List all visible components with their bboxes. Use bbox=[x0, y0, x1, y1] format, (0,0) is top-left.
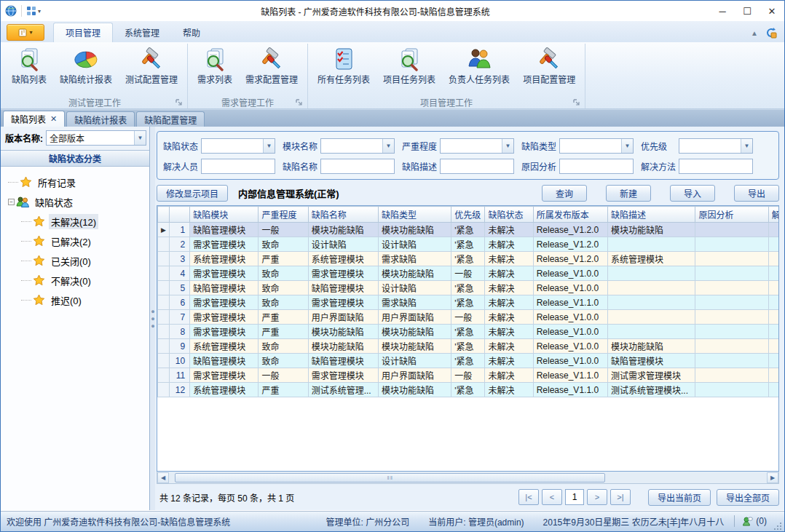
ribbon-button[interactable]: 需求配置管理 bbox=[239, 44, 304, 87]
action-button[interactable]: 导入 bbox=[670, 185, 715, 202]
chevron-down-icon[interactable]: ▼ bbox=[502, 139, 513, 153]
column-header[interactable]: 缺陷描述 bbox=[608, 207, 695, 223]
export-all-pages-button[interactable]: 导出全部页 bbox=[717, 489, 779, 506]
export-current-page-button[interactable]: 导出当前页 bbox=[648, 489, 711, 506]
ribbon-collapse-icon[interactable]: ▲ bbox=[751, 29, 758, 37]
filter-dropdown[interactable]: ▼ bbox=[320, 138, 395, 154]
ribbon-button[interactable]: 测试配置管理 bbox=[119, 44, 184, 87]
document-tab[interactable]: 缺陷列表✕ bbox=[3, 111, 65, 127]
column-header[interactable]: 原因分析 bbox=[695, 207, 768, 223]
filter-input[interactable] bbox=[559, 159, 634, 174]
ribbon-button[interactable]: 项目任务列表 bbox=[376, 44, 442, 87]
dialog-launcher-icon[interactable] bbox=[573, 99, 580, 106]
table-row[interactable]: 4需求管理模块致命需求管理模块模块功能缺陷一般未解决Release_V1.0.0 bbox=[158, 266, 780, 281]
row-selector[interactable]: ▶ bbox=[158, 223, 170, 237]
filter-dropdown[interactable]: ▼ bbox=[559, 138, 634, 154]
horizontal-scrollbar[interactable]: ◀ ‖‖ ▶ bbox=[157, 472, 779, 484]
table-row[interactable]: 10缺陷管理模块致命缺陷管理模块设计缺陷'紧急未解决Release_V1.0.0… bbox=[158, 354, 780, 368]
tree-collapse-icon[interactable]: − bbox=[8, 199, 15, 205]
row-selector[interactable] bbox=[158, 252, 170, 266]
version-combobox[interactable]: 全部版本 ▼ bbox=[46, 130, 146, 146]
first-page-button[interactable]: |< bbox=[518, 489, 539, 505]
filter-dropdown[interactable]: ▼ bbox=[440, 138, 514, 154]
page-number-input[interactable] bbox=[565, 489, 584, 505]
table-row[interactable]: 2需求管理模块致命设计缺陷设计缺陷'紧急未解决Release_V1.2.0 bbox=[158, 237, 780, 252]
ribbon-tab[interactable]: 系统管理 bbox=[113, 23, 171, 42]
table-row[interactable]: 9系统管理模块致命模块功能缺陷模块功能缺陷'紧急未解决Release_V1.0.… bbox=[158, 339, 780, 354]
row-selector[interactable] bbox=[158, 295, 170, 310]
tree-item[interactable]: 未解决(12) bbox=[8, 212, 149, 231]
row-selector[interactable] bbox=[158, 281, 170, 295]
table-row[interactable]: 8需求管理模块严重模块功能缺陷模块功能缺陷'紧急未解决Release_V1.0.… bbox=[158, 325, 780, 339]
dialog-launcher-icon[interactable] bbox=[175, 99, 183, 106]
table-row[interactable]: 5缺陷管理模块致命缺陷管理模块设计缺陷'紧急未解决Release_V1.0.0 bbox=[158, 281, 780, 295]
tree-item[interactable]: 不解决(0) bbox=[8, 271, 149, 290]
chevron-down-icon[interactable]: ▼ bbox=[382, 139, 394, 153]
tab-close-icon[interactable]: ✕ bbox=[50, 114, 57, 124]
table-row[interactable]: 7需求管理模块严重用户界面缺陷用户界面缺陷一般未解决Release_V1.0.0 bbox=[158, 310, 780, 325]
scrollbar-thumb[interactable]: ‖‖ bbox=[175, 473, 605, 483]
ribbon-button[interactable]: 缺陷统计报表 bbox=[53, 44, 119, 87]
tree-item[interactable]: 推迟(0) bbox=[8, 290, 149, 310]
chevron-down-icon[interactable]: ▼ bbox=[741, 139, 752, 153]
document-tab[interactable]: 缺陷统计报表 bbox=[66, 111, 135, 127]
ribbon-button[interactable]: 项目配置管理 bbox=[516, 44, 582, 87]
row-selector[interactable] bbox=[158, 339, 170, 354]
ribbon-button[interactable]: 需求列表 bbox=[191, 44, 239, 87]
document-tab[interactable]: 缺陷配置管理 bbox=[136, 111, 205, 127]
column-header[interactable]: 缺陷状态 bbox=[485, 207, 533, 223]
filter-input[interactable] bbox=[201, 159, 275, 174]
ribbon-button[interactable]: 所有任务列表 bbox=[311, 44, 376, 87]
chevron-down-icon[interactable]: ▼ bbox=[134, 131, 146, 145]
column-header[interactable]: 所属发布版本 bbox=[533, 207, 607, 223]
row-selector[interactable] bbox=[158, 266, 170, 281]
filter-dropdown[interactable]: ▼ bbox=[679, 138, 753, 154]
column-header[interactable]: 缺陷名称 bbox=[308, 207, 378, 223]
modify-columns-button[interactable]: 修改显示项目 bbox=[157, 185, 228, 202]
column-header[interactable]: 缺陷类型 bbox=[378, 207, 451, 223]
next-page-button[interactable]: > bbox=[587, 489, 607, 505]
filter-dropdown[interactable]: ▼ bbox=[201, 138, 275, 154]
row-selector[interactable] bbox=[158, 325, 170, 339]
prev-page-button[interactable]: < bbox=[542, 489, 562, 505]
row-selector[interactable] bbox=[158, 310, 170, 325]
column-header[interactable] bbox=[170, 207, 190, 223]
sidebar-splitter[interactable]: ●●● bbox=[150, 127, 155, 510]
row-selector[interactable] bbox=[158, 368, 170, 383]
table-row[interactable]: 3系统管理模块严重系统管理模块需求缺陷'紧急未解决Release_V1.2.0系… bbox=[158, 252, 780, 266]
action-button[interactable]: 导出 bbox=[734, 185, 779, 202]
column-header[interactable]: 缺陷模块 bbox=[190, 207, 259, 223]
resize-grip[interactable] bbox=[773, 521, 781, 530]
filter-input[interactable] bbox=[320, 159, 395, 174]
dialog-launcher-icon[interactable] bbox=[296, 99, 303, 106]
tree-item[interactable]: 已关闭(0) bbox=[8, 251, 149, 271]
table-row[interactable]: 6需求管理模块致命需求管理模块需求缺陷'紧急未解决Release_V1.1.0 bbox=[158, 295, 780, 310]
column-header[interactable]: 严重程度 bbox=[259, 207, 308, 223]
scroll-left-icon[interactable]: ◀ bbox=[157, 472, 169, 483]
scroll-right-icon[interactable]: ▶ bbox=[767, 472, 778, 483]
table-row[interactable]: 12系统管理模块严重测试系统管理...模块功能缺陷'紧急未解决Release_V… bbox=[158, 383, 780, 397]
column-header[interactable]: 优先级 bbox=[451, 207, 485, 223]
filter-input[interactable] bbox=[679, 159, 753, 174]
ribbon-button[interactable]: 负责人任务列表 bbox=[442, 44, 516, 87]
filter-input[interactable] bbox=[440, 159, 514, 174]
minimize-button[interactable]: ─ bbox=[710, 1, 735, 21]
close-button[interactable]: ✕ bbox=[760, 1, 784, 21]
action-button[interactable]: 查询 bbox=[542, 185, 587, 202]
chevron-down-icon[interactable]: ▼ bbox=[621, 139, 633, 153]
action-button[interactable]: 新建 bbox=[606, 185, 651, 202]
tree-item[interactable]: 所有记录 bbox=[8, 172, 149, 192]
chevron-down-icon[interactable]: ▼ bbox=[263, 139, 275, 153]
row-selector[interactable] bbox=[158, 237, 170, 252]
row-selector[interactable] bbox=[158, 354, 170, 368]
ribbon-tab[interactable]: 项目管理 bbox=[53, 23, 113, 42]
row-selector[interactable] bbox=[158, 383, 170, 397]
app-menu-button[interactable]: ▾ bbox=[7, 24, 44, 41]
ribbon-tab[interactable]: 帮助 bbox=[171, 23, 212, 42]
quick-access-menu-icon[interactable]: ▾ bbox=[26, 6, 41, 16]
tree-item[interactable]: −缺陷状态 bbox=[8, 192, 149, 212]
about-refresh-icon[interactable] bbox=[765, 27, 777, 39]
messenger-icon[interactable] bbox=[742, 516, 753, 527]
ribbon-button[interactable]: 缺陷列表 bbox=[5, 44, 53, 87]
table-row[interactable]: 11需求管理模块一般需求管理模块用户界面缺陷一般未解决Release_V1.1.… bbox=[158, 368, 780, 383]
